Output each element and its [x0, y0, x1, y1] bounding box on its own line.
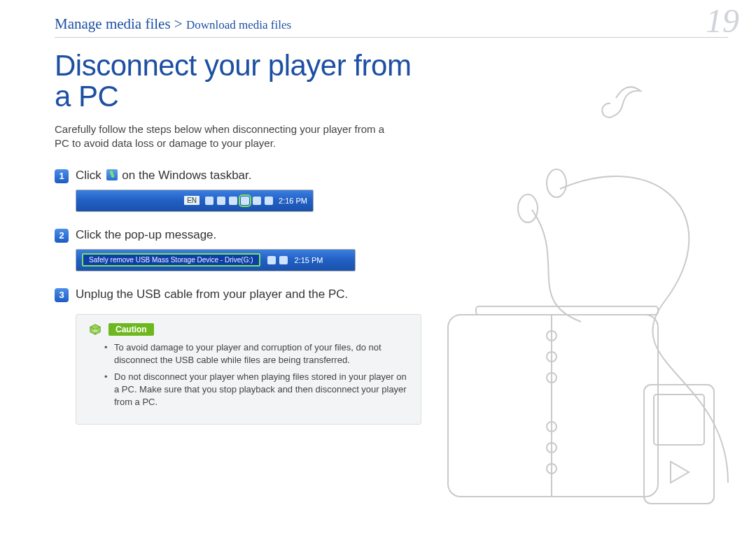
page-title: Disconnect your player from a PC: [55, 50, 419, 112]
svg-marker-18: [671, 462, 689, 483]
caution-label: Caution: [108, 323, 154, 336]
safely-remove-tray-icon: [241, 197, 249, 205]
taskbar-screenshot-1: EN 2:16 PM: [76, 190, 314, 212]
step-number-badge: 1: [55, 169, 69, 183]
header-rule: [55, 37, 728, 38]
steps-list: 1 Click on the Windows taskbar. EN 2:16 …: [55, 168, 401, 425]
step-1-text: Click on the Windows taskbar.: [76, 168, 252, 184]
tray-icon: [205, 197, 214, 205]
breadcrumb: Manage media files > Download media file…: [55, 15, 291, 33]
breadcrumb-main: Manage media files: [55, 15, 171, 32]
tray-icon: [279, 256, 288, 264]
taskbar-tray: [205, 197, 273, 205]
svg-rect-8: [476, 306, 658, 315]
tray-icon: [265, 197, 273, 205]
intro-text: Carefully follow the steps below when di…: [55, 122, 401, 151]
svg-point-12: [547, 373, 556, 383]
taskbar-popup-message: Safely remove USB Mass Storage Device - …: [82, 253, 260, 266]
svg-point-15: [547, 464, 556, 474]
step-number-badge: 3: [55, 288, 69, 302]
caution-box: Caution To avoid damage to your player a…: [76, 314, 421, 425]
tray-icon: [267, 256, 276, 264]
taskbar-screenshot-2: Safely remove USB Mass Storage Device - …: [76, 249, 356, 271]
svg-rect-17: [654, 395, 704, 445]
caution-item: To avoid damage to your player and corru…: [104, 341, 410, 367]
step-1-pre: Click: [76, 169, 105, 182]
tray-icon: [229, 197, 237, 205]
svg-rect-7: [448, 315, 658, 497]
tray-icon: [253, 197, 261, 205]
breadcrumb-sub: Download media files: [186, 18, 291, 31]
svg-point-6: [518, 194, 538, 222]
breadcrumb-sep: >: [171, 15, 186, 32]
taskbar-lang: EN: [184, 196, 200, 205]
svg-point-13: [547, 422, 556, 432]
step-1-post: on the Windows taskbar.: [119, 169, 252, 182]
taskbar-clock: 2:16 PM: [279, 197, 307, 205]
svg-rect-16: [644, 385, 714, 504]
step-3: 3 Unplug the USB cable from your player …: [55, 287, 401, 303]
step-2-text: Click the pop-up message.: [76, 227, 216, 243]
taskbar-tray-2: [267, 256, 288, 264]
decorative-illustration: [434, 49, 756, 525]
page-number: 19: [706, 4, 739, 38]
step-number-badge: 2: [55, 229, 69, 243]
step-1: 1 Click on the Windows taskbar.: [55, 168, 401, 184]
step-2: 2 Click the pop-up message.: [55, 227, 401, 243]
svg-point-10: [547, 331, 556, 341]
step-3-text: Unplug the USB cable from your player an…: [76, 287, 348, 303]
svg-rect-4: [95, 331, 96, 332]
svg-point-14: [547, 443, 556, 453]
svg-point-11: [547, 352, 556, 362]
taskbar-clock-2: 2:15 PM: [295, 256, 323, 264]
caution-item: Do not disconnect your player when playi…: [104, 371, 410, 409]
tray-icon: [217, 197, 225, 205]
svg-point-5: [547, 169, 566, 197]
caution-list: To avoid damage to your player and corru…: [104, 341, 410, 409]
caution-cube-icon: [88, 323, 103, 336]
svg-rect-3: [94, 329, 95, 330]
safely-remove-icon: [106, 169, 118, 180]
